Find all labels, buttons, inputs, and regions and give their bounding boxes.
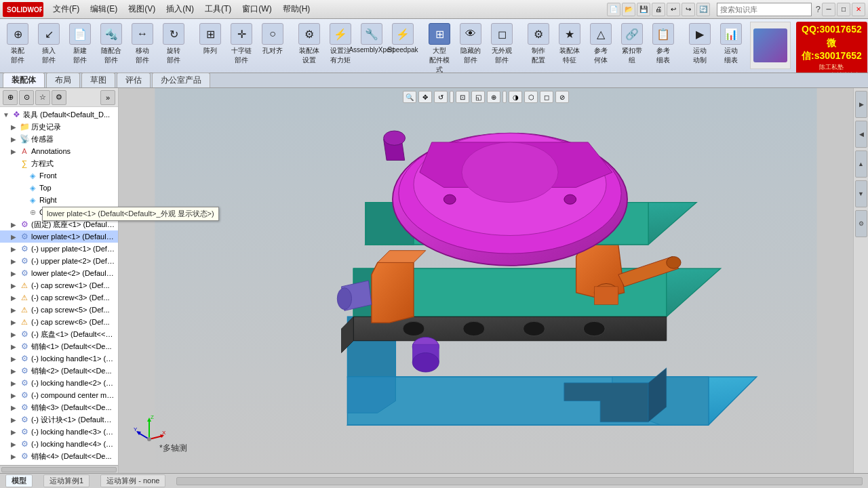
- tree-item-up2[interactable]: ▶ ⚙ (-) upper plate<2> (Defa...: [0, 255, 118, 267]
- tree-item-right[interactable]: ◈ Right: [0, 194, 118, 206]
- print-button[interactable]: 🖨: [652, 3, 665, 16]
- tree-item-cs1[interactable]: ▶ ⚠ (-) cap screw<1> (Def...: [0, 279, 118, 291]
- ribbon-btn-axpert[interactable]: 🔧 AssemblyXpert: [357, 22, 387, 55]
- ribbon-btn-noapp[interactable]: ◻ 无外观部件: [487, 22, 517, 66]
- vp-btn-zoom[interactable]: 🔍: [403, 91, 416, 103]
- ribbon-btn-large-asm[interactable]: ⊞ 大型配件模式: [425, 22, 454, 73]
- tree-item-equations[interactable]: ∑ 方程式: [0, 157, 118, 169]
- rp-btn-2[interactable]: ◀: [855, 121, 867, 148]
- ribbon-btn-rotate[interactable]: ↻ 旋转部件: [159, 22, 189, 66]
- vp-btn-view2[interactable]: ◱: [471, 91, 485, 103]
- menu-view[interactable]: 视图(V): [123, 2, 161, 16]
- tree-item-ccm[interactable]: ▶ ⚙ (-) compound center me...: [0, 389, 118, 401]
- ribbon-btn-insert[interactable]: ↙ 插入部件: [34, 22, 64, 66]
- tab-evaluate[interactable]: 评估: [117, 73, 151, 87]
- tree-item-cs6[interactable]: ▶ ⚠ (-) cap screw<6> (Def...: [0, 316, 118, 328]
- tree-item-pin3[interactable]: ▶ ⚙ 销轴<3> (Default<<De...: [0, 401, 118, 413]
- rp-btn-5[interactable]: ⚙: [855, 210, 867, 237]
- vp-btn-pan[interactable]: ✥: [418, 91, 432, 103]
- tree-item-history[interactable]: ▶ 📁 历史记录: [0, 121, 118, 133]
- ribbon-btn-assemble[interactable]: ⊕ 装配部件: [3, 22, 33, 66]
- viewport[interactable]: 🔍 ✥ ↺ ⊡ ◱ ⊕ ◑ ⬡ ◻ ⊘: [119, 88, 853, 473]
- close-button[interactable]: ✕: [852, 3, 865, 16]
- tree-item-root[interactable]: ▼ ❖ 装具 (Default<Default_D...: [0, 108, 118, 121]
- tree-item-lp1[interactable]: ▶ ⚙ lower plate<1> (Default<...: [0, 230, 118, 243]
- tree-item-annotations[interactable]: ▶ A Annotations: [0, 145, 118, 157]
- ribbon-btn-new-part[interactable]: 📄 新建部件: [65, 22, 95, 66]
- vp-btn-view3[interactable]: ⊕: [487, 91, 500, 103]
- ribbon-btn-refgeo[interactable]: △ 参考何体: [586, 22, 616, 66]
- tree-item-pin2[interactable]: ▶ ⚙ 销轴<2> (Default<<De...: [0, 365, 118, 377]
- tree-item-lh2[interactable]: ▶ ⚙ (-) locking handle<2> (D...: [0, 377, 118, 389]
- tree-item-db1[interactable]: ▶ ⚙ (-) 设计块<1> (Default<<...: [0, 413, 118, 426]
- new-button[interactable]: 📄: [607, 3, 620, 16]
- tree-item-pin4[interactable]: ▶ ⚙ 销轴<4> (Default<<De...: [0, 450, 118, 462]
- ribbon-btn-crossref[interactable]: ✛ 十字链部件: [226, 22, 256, 66]
- tab-assembly[interactable]: 装配体: [3, 73, 45, 87]
- vp-btn-rotate[interactable]: ↺: [434, 91, 448, 103]
- menu-help[interactable]: 帮助(H): [277, 2, 316, 16]
- tree-item-lh3[interactable]: ▶ ⚙ (-) locking handle<3> (D...: [0, 426, 118, 438]
- ribbon-btn-bom[interactable]: 📋 参考细表: [648, 22, 678, 66]
- tree-item-sensors[interactable]: ▶ 📡 传感器: [0, 133, 118, 145]
- rp-btn-3[interactable]: ▲: [855, 150, 867, 178]
- tree-item-top[interactable]: ◈ Top: [0, 182, 118, 194]
- vp-btn-hidden[interactable]: ◻: [540, 91, 553, 103]
- tree-item-lh1[interactable]: ▶ ⚙ (-) locking handle<1> (D...: [0, 352, 118, 365]
- ribbon-btn-motion[interactable]: ▶ 运动动制: [685, 22, 715, 66]
- tree-item-lh4[interactable]: ▶ ⚙ (-) locking handle<4> (D...: [0, 438, 118, 450]
- ribbon-btn-speedpak[interactable]: ⚡ Speedpak: [388, 22, 418, 55]
- tree-item-lp2[interactable]: ▶ ⚙ lower plate<2> (Default<...: [0, 267, 118, 279]
- redo-button[interactable]: ↪: [682, 3, 695, 16]
- menu-tools[interactable]: 工具(T): [199, 2, 237, 16]
- vp-btn-wire[interactable]: ⬡: [524, 91, 538, 103]
- ribbon-btn-force[interactable]: ⚡ 设置注有力矩: [326, 22, 355, 66]
- rebuild-button[interactable]: 🔄: [696, 3, 710, 16]
- tab-layout[interactable]: 布局: [46, 73, 80, 87]
- search-input[interactable]: [717, 3, 812, 16]
- ribbon-btn-pattern[interactable]: ⊞ 阵列: [195, 22, 225, 57]
- save-button[interactable]: 💾: [637, 3, 650, 16]
- tab-sketch[interactable]: 草图: [81, 73, 115, 87]
- ribbon-btn-asmfeat[interactable]: ★ 装配体特征: [555, 22, 585, 66]
- vp-btn-section[interactable]: ⊘: [555, 91, 569, 103]
- ribbon-btn-settings[interactable]: ⚙ 装配体设置: [294, 22, 324, 66]
- tree-hscroll[interactable]: [0, 465, 118, 473]
- rp-btn-4[interactable]: ▼: [855, 180, 867, 207]
- menu-edit[interactable]: 编辑(E): [85, 2, 123, 16]
- panel-btn-2[interactable]: ⊙: [19, 90, 34, 105]
- ribbon-btn-fastener[interactable]: 🔗 紧扣带组: [617, 22, 647, 66]
- open-button[interactable]: 📂: [622, 3, 635, 16]
- menu-file[interactable]: 文件(F): [47, 2, 85, 16]
- status-tab-model[interactable]: 模型: [5, 474, 33, 487]
- ribbon-btn-makeconfig[interactable]: ⚙ 制作配置: [524, 22, 553, 66]
- panel-btn-3[interactable]: ☆: [35, 90, 50, 105]
- tree-item-cs5[interactable]: ▶ ⚠ (-) cap screw<5> (Def...: [0, 304, 118, 316]
- status-tab-motion1[interactable]: 运动算例1: [43, 474, 90, 487]
- ribbon-btn-hole[interactable]: ○ 孔对齐: [258, 22, 288, 57]
- tree-item-cs3[interactable]: ▶ ⚠ (-) cap screw<3> (Def...: [0, 291, 118, 304]
- minimize-button[interactable]: ─: [822, 3, 835, 16]
- restore-button[interactable]: □: [837, 3, 850, 16]
- panel-btn-1[interactable]: ⊕: [3, 90, 18, 105]
- menu-window[interactable]: 窗口(W): [237, 2, 277, 16]
- ribbon-btn-move[interactable]: ↔ 移动部件: [127, 22, 157, 66]
- menu-insert[interactable]: 插入(N): [161, 2, 199, 16]
- ribbon-btn-hidden[interactable]: 👁 隐藏的部件: [456, 22, 486, 66]
- rp-btn-1[interactable]: ▶: [855, 91, 867, 118]
- help-icon[interactable]: ?: [816, 4, 821, 14]
- tree-item-up1[interactable]: ▶ ⚙ (-) upper plate<1> (Defa...: [0, 243, 118, 255]
- hscroll[interactable]: [176, 477, 863, 485]
- tree-item-pin1[interactable]: ▶ ⚙ 销轴<1> (Default<<De...: [0, 340, 118, 352]
- panel-btn-4[interactable]: ⚙: [52, 90, 66, 105]
- status-tab-motion-none[interactable]: 运动算例 - none: [100, 474, 165, 487]
- ribbon-btn-mate-part[interactable]: 🔩 随配合部件: [96, 22, 126, 66]
- undo-button[interactable]: ↩: [667, 3, 680, 16]
- tab-office[interactable]: 办公室产品: [152, 73, 210, 87]
- tree-item-chassis[interactable]: ▶ ⚙ (-) 底盘<1> (Default<<De...: [0, 328, 118, 340]
- vp-btn-shade[interactable]: ◑: [509, 91, 522, 103]
- tree-item-front[interactable]: ◈ Front: [0, 169, 118, 182]
- ribbon-btn-motiontable[interactable]: 📊 运动细表: [716, 22, 746, 66]
- vp-btn-view1[interactable]: ⊡: [456, 91, 469, 103]
- panel-expand-btn[interactable]: »: [100, 90, 115, 105]
